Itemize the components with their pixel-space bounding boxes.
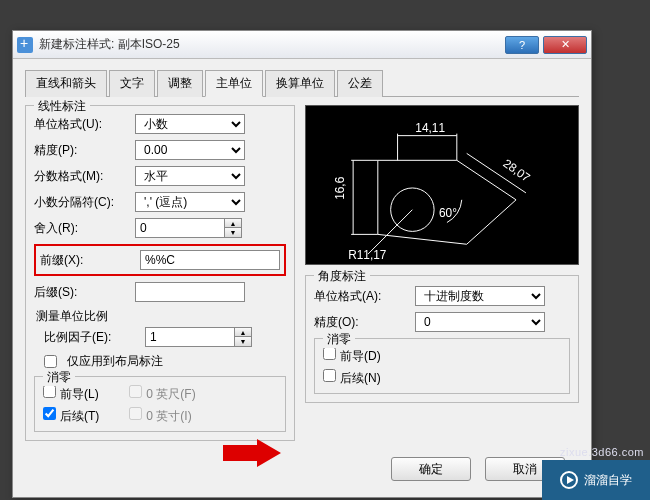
watermark-url: zixue.3d66.com <box>560 446 644 458</box>
layout-only-label: 仅应用到布局标注 <box>67 353 163 370</box>
ang-precision-select[interactable]: 0 <box>415 312 545 332</box>
dimension-style-dialog: 新建标注样式: 副本ISO-25 ? ✕ 直线和箭头 文字 调整 主单位 换算单… <box>12 30 592 498</box>
scale-title: 测量单位比例 <box>36 308 286 325</box>
preview-top-dim: 14,11 <box>415 121 445 135</box>
zero-linear-title: 消零 <box>43 369 75 386</box>
preview-radius: R11,17 <box>348 248 386 262</box>
tab-fit[interactable]: 调整 <box>157 70 203 97</box>
decimal-sep-select[interactable]: ',' (逗点) <box>135 192 245 212</box>
fraction-format-label: 分数格式(M): <box>34 168 129 185</box>
scale-factor-spinner[interactable]: ▲▼ <box>145 327 252 347</box>
preview-pane: 14,11 16,6 28,07 R11,17 60° <box>305 105 579 265</box>
ang-trailing-checkbox[interactable] <box>323 369 336 382</box>
linear-dim-group: 线性标注 单位格式(U): 小数 精度(P): 0.00 分数格式(M): 水平 <box>25 105 295 441</box>
help-button[interactable]: ? <box>505 36 539 54</box>
fraction-format-select[interactable]: 水平 <box>135 166 245 186</box>
unit-format-select[interactable]: 小数 <box>135 114 245 134</box>
precision-label: 精度(P): <box>34 142 129 159</box>
factor-up-icon[interactable]: ▲ <box>235 328 251 337</box>
zero-suppress-angular: 消零 前导(D) 后续(N) <box>314 338 570 394</box>
suffix-input[interactable] <box>135 282 245 302</box>
zero-suppress-linear: 消零 前导(L) 后续(T) 0 英尺(F) 0 英寸(I) <box>34 376 286 432</box>
app-icon <box>17 37 33 53</box>
decimal-sep-label: 小数分隔符(C): <box>34 194 129 211</box>
scale-factor-input[interactable] <box>145 327 235 347</box>
close-button[interactable]: ✕ <box>543 36 587 54</box>
watermark-text: 溜溜自学 <box>584 472 632 489</box>
tab-lines-arrows[interactable]: 直线和箭头 <box>25 70 107 97</box>
preview-right-dim: 28,07 <box>501 156 533 184</box>
round-up-icon[interactable]: ▲ <box>225 219 241 228</box>
round-spinner[interactable]: ▲▼ <box>135 218 242 238</box>
zero-angular-title: 消零 <box>323 331 355 348</box>
play-icon <box>560 471 578 489</box>
factor-down-icon[interactable]: ▼ <box>235 337 251 346</box>
round-label: 舍入(R): <box>34 220 129 237</box>
tab-alt-units[interactable]: 换算单位 <box>265 70 335 97</box>
ok-button[interactable]: 确定 <box>391 457 471 481</box>
tab-text[interactable]: 文字 <box>109 70 155 97</box>
linear-group-title: 线性标注 <box>34 98 90 115</box>
watermark-badge: 溜溜自学 <box>542 460 650 500</box>
prefix-highlight: 前缀(X): <box>34 244 286 276</box>
dialog-title: 新建标注样式: 副本ISO-25 <box>39 36 505 53</box>
round-down-icon[interactable]: ▼ <box>225 228 241 237</box>
tab-strip: 直线和箭头 文字 调整 主单位 换算单位 公差 <box>25 69 579 97</box>
prefix-input[interactable] <box>140 250 280 270</box>
preview-angle: 60° <box>439 206 457 220</box>
ang-leading-checkbox[interactable] <box>323 347 336 360</box>
leading-checkbox[interactable] <box>43 385 56 398</box>
trailing-checkbox[interactable] <box>43 407 56 420</box>
ang-precision-label: 精度(O): <box>314 314 409 331</box>
svg-marker-9 <box>223 439 281 467</box>
angular-dim-group: 角度标注 单位格式(A): 十进制度数 精度(O): 0 消零 前导(D) 后续… <box>305 275 579 403</box>
layout-only-checkbox[interactable] <box>44 355 57 368</box>
tab-tolerance[interactable]: 公差 <box>337 70 383 97</box>
preview-left-dim: 16,6 <box>333 176 347 199</box>
feet-checkbox <box>129 385 142 398</box>
precision-select[interactable]: 0.00 <box>135 140 245 160</box>
suffix-label: 后缀(S): <box>34 284 129 301</box>
tab-primary-units[interactable]: 主单位 <box>205 70 263 97</box>
angular-group-title: 角度标注 <box>314 268 370 285</box>
arrow-indicator-icon <box>223 439 283 467</box>
ang-unit-format-select[interactable]: 十进制度数 <box>415 286 545 306</box>
dialog-titlebar[interactable]: 新建标注样式: 副本ISO-25 ? ✕ <box>13 31 591 59</box>
round-input[interactable] <box>135 218 225 238</box>
inch-checkbox <box>129 407 142 420</box>
ang-unit-format-label: 单位格式(A): <box>314 288 409 305</box>
unit-format-label: 单位格式(U): <box>34 116 129 133</box>
prefix-label: 前缀(X): <box>40 252 134 269</box>
scale-factor-label: 比例因子(E): <box>44 329 139 346</box>
